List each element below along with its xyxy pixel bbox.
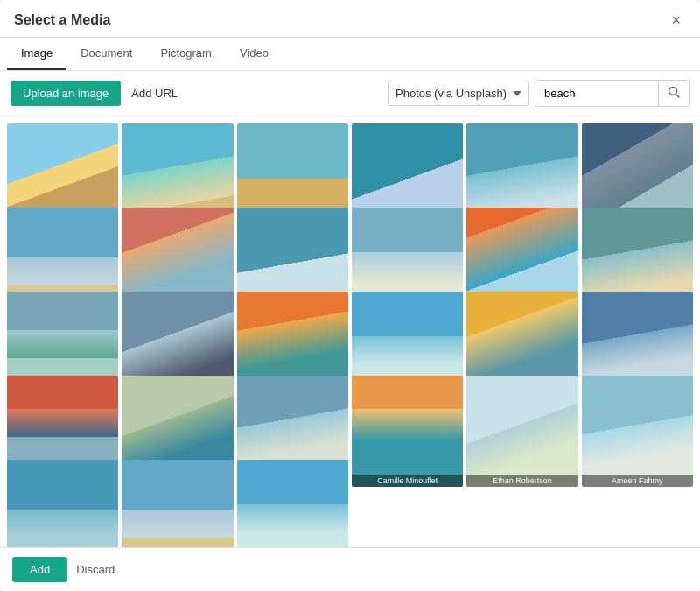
add-url-button[interactable]: Add URL [131, 87, 178, 100]
search-icon [668, 86, 680, 98]
image-item[interactable]: Ethan Robertson [466, 376, 578, 487]
discard-button[interactable]: Discard [76, 563, 115, 576]
source-select[interactable]: Photos (via Unsplash) My uploads [388, 81, 529, 106]
image-label: Ameen Fahmy [582, 475, 693, 487]
image-label: Ethan Robertson [466, 475, 578, 487]
image-grid: Boxed Water Is BetterElizeu DiasChris Ga… [0, 116, 700, 547]
image-item[interactable]: Camille Minouflet [352, 376, 463, 487]
image-item[interactable] [237, 460, 348, 547]
tab-bar: Image Document Pictogram Video [0, 38, 700, 71]
toolbar-right: Photos (via Unsplash) My uploads [388, 80, 690, 107]
search-container [535, 80, 690, 107]
search-button[interactable] [658, 81, 689, 106]
modal-footer: Add Discard [0, 547, 700, 591]
image-item[interactable] [7, 460, 118, 547]
tab-document[interactable]: Document [66, 38, 146, 70]
image-item[interactable] [122, 460, 233, 547]
search-input[interactable] [536, 81, 658, 106]
media-select-modal: Select a Media × Image Document Pictogra… [0, 0, 700, 591]
svg-line-1 [676, 95, 680, 98]
tab-video[interactable]: Video [226, 38, 283, 70]
upload-image-button[interactable]: Upload an image [10, 81, 121, 106]
tab-pictogram[interactable]: Pictogram [146, 38, 226, 70]
toolbar: Upload an image Add URL Photos (via Unsp… [0, 71, 700, 116]
image-label: Camille Minouflet [352, 475, 463, 487]
modal-title: Select a Media [14, 12, 110, 28]
image-item[interactable]: Ameen Fahmy [582, 376, 693, 487]
close-button[interactable]: × [666, 11, 686, 30]
modal-header: Select a Media × [0, 0, 700, 38]
add-button[interactable]: Add [12, 557, 67, 582]
tab-image[interactable]: Image [7, 38, 66, 70]
